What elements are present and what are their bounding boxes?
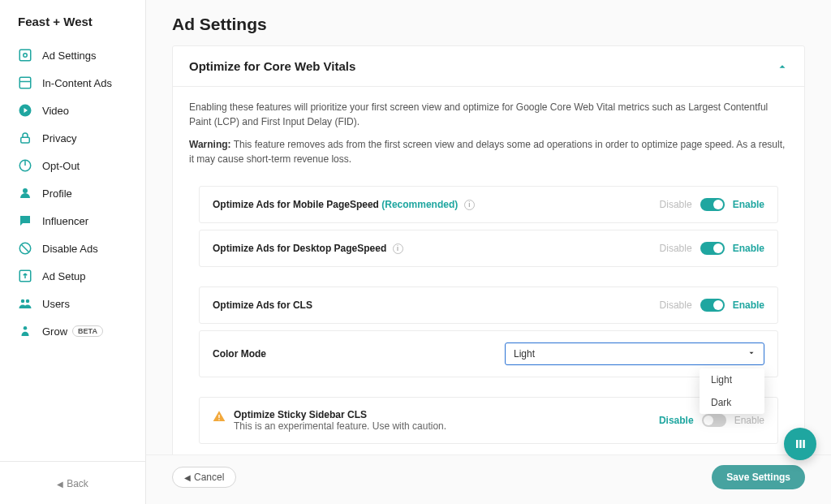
color-mode-select[interactable]: Light: [505, 342, 764, 365]
svg-rect-19: [799, 440, 802, 448]
sidebar-nav: Ad Settings In-Content Ads Video Privacy…: [0, 37, 145, 461]
play-icon: [18, 103, 32, 118]
chevron-down-icon: [747, 348, 756, 360]
settings-group: Optimize Ads for Mobile PageSpeed (Recom…: [189, 166, 788, 444]
setting-label: Optimize Ads for CLS: [213, 299, 312, 311]
svg-rect-17: [218, 419, 219, 420]
cancel-button[interactable]: ◀Cancel: [172, 467, 236, 488]
back-button[interactable]: ◀Back: [0, 462, 145, 504]
sidebar-item-label: Video: [42, 105, 69, 117]
toggle-sticky-sidebar[interactable]: [702, 414, 726, 427]
sidebar-item-users[interactable]: Users: [0, 290, 145, 317]
chat-icon: [18, 213, 32, 228]
footer: ◀Cancel Save Settings: [146, 454, 831, 504]
card-title: Optimize for Core Web Vitals: [189, 59, 355, 73]
brand: Feast + West: [0, 0, 145, 37]
power-icon: [18, 158, 32, 173]
sidebar-item-grow[interactable]: Grow BETA: [0, 317, 145, 345]
main: Ad Settings Optimize for Core Web Vitals…: [146, 0, 831, 504]
warning-icon: [213, 410, 226, 423]
svg-rect-18: [796, 440, 799, 448]
sidebar-item-disable-ads[interactable]: Disable Ads: [0, 235, 145, 262]
sidebar-item-label: Grow: [42, 325, 67, 338]
sidebar-item-label: Users: [42, 298, 70, 310]
sidebar-item-privacy[interactable]: Privacy: [0, 124, 145, 152]
chevron-left-icon: ◀: [184, 473, 191, 482]
setting-color-mode: Color Mode Light Light Dark: [199, 330, 778, 377]
svg-rect-20: [803, 440, 805, 448]
sidebar-item-label: Privacy: [42, 132, 77, 144]
chevron-left-icon: ◀: [57, 480, 63, 489]
setting-mobile-pagespeed: Optimize Ads for Mobile PageSpeed (Recom…: [199, 186, 778, 223]
svg-point-15: [24, 326, 28, 330]
svg-line-11: [22, 245, 29, 252]
recommended-label: (Recommended): [381, 199, 458, 210]
dropdown-option-light[interactable]: Light: [700, 368, 764, 391]
svg-rect-6: [21, 137, 30, 143]
sidebar-item-profile[interactable]: Profile: [0, 179, 145, 207]
toggle-desktop-pagespeed[interactable]: [700, 242, 725, 255]
toggle-mobile-pagespeed[interactable]: [700, 198, 725, 211]
enable-label: Enable: [734, 415, 764, 426]
core-web-vitals-card: Optimize for Core Web Vitals Enabling th…: [172, 45, 805, 454]
grow-icon: [18, 324, 32, 338]
setting-cls: Optimize Ads for CLS Disable Enable: [199, 286, 778, 324]
svg-point-9: [23, 188, 28, 193]
setting-label: Optimize Ads for Mobile PageSpeed: [213, 199, 379, 210]
cancel-label: Cancel: [194, 472, 224, 483]
setting-sticky-sidebar-cls: Optimize Sticky Sidebar CLS This is an e…: [199, 397, 778, 444]
card-body: Enabling these features will prioritize …: [173, 87, 804, 454]
sidebar-item-label: Ad Settings: [42, 50, 97, 62]
disable-label: Disable: [660, 199, 692, 210]
card-description: Enabling these features will prioritize …: [189, 100, 788, 129]
svg-rect-2: [19, 77, 31, 88]
enable-label: Enable: [733, 299, 764, 311]
enable-label: Enable: [733, 199, 764, 210]
card-warning: Warning: This feature removes ads from t…: [189, 137, 788, 166]
layout-icon: [18, 75, 32, 90]
sidebar-item-influencer[interactable]: Influencer: [0, 207, 145, 235]
users-icon: [18, 296, 32, 311]
setting-label: Optimize Sticky Sidebar CLS: [234, 409, 446, 420]
no-entry-icon: [18, 241, 32, 256]
setting-label: Color Mode: [213, 348, 266, 360]
logo-icon: [792, 436, 808, 452]
svg-rect-16: [218, 415, 219, 418]
info-icon[interactable]: i: [393, 243, 403, 254]
setting-sub: This is an experimental feature. Use wit…: [234, 420, 446, 432]
color-mode-dropdown: Light Dark: [700, 368, 764, 414]
enable-label: Enable: [733, 243, 764, 254]
sidebar-item-label: In-Content Ads: [42, 77, 112, 89]
svg-point-1: [24, 54, 28, 58]
sidebar-item-label: Influencer: [42, 215, 88, 227]
setting-desktop-pagespeed: Optimize Ads for Desktop PageSpeed i Dis…: [199, 230, 778, 267]
chevron-up-icon: [777, 61, 788, 72]
help-fab[interactable]: [784, 428, 816, 460]
sidebar-item-label: Profile: [42, 187, 72, 200]
svg-point-14: [26, 299, 30, 304]
dropdown-option-dark[interactable]: Dark: [700, 391, 764, 414]
sidebar-item-opt-out[interactable]: Opt-Out: [0, 152, 145, 179]
sidebar-item-ad-setup[interactable]: Ad Setup: [0, 262, 145, 290]
setting-label: Optimize Ads for Desktop PageSpeed: [213, 243, 386, 254]
back-label: Back: [67, 478, 88, 489]
disable-label: Disable: [660, 243, 692, 254]
save-settings-button[interactable]: Save Settings: [712, 465, 805, 489]
boxed-gear-icon: [18, 48, 32, 62]
content: Optimize for Core Web Vitals Enabling th…: [146, 45, 831, 454]
disable-label: Disable: [659, 415, 694, 426]
toggle-cls[interactable]: [700, 299, 725, 312]
sidebar-item-ad-settings[interactable]: Ad Settings: [0, 41, 145, 69]
sidebar: Feast + West Ad Settings In-Content Ads …: [0, 0, 146, 504]
disable-label: Disable: [660, 299, 692, 311]
sidebar-item-label: Disable Ads: [42, 243, 98, 255]
card-header[interactable]: Optimize for Core Web Vitals: [173, 46, 804, 87]
lock-icon: [18, 131, 32, 145]
svg-rect-0: [19, 50, 31, 61]
sidebar-item-in-content-ads[interactable]: In-Content Ads: [0, 69, 145, 97]
info-icon[interactable]: i: [464, 200, 475, 210]
sidebar-item-label: Ad Setup: [42, 270, 86, 282]
sidebar-item-video[interactable]: Video: [0, 97, 145, 124]
svg-point-13: [21, 299, 25, 304]
boxed-arrow-icon: [18, 269, 32, 283]
